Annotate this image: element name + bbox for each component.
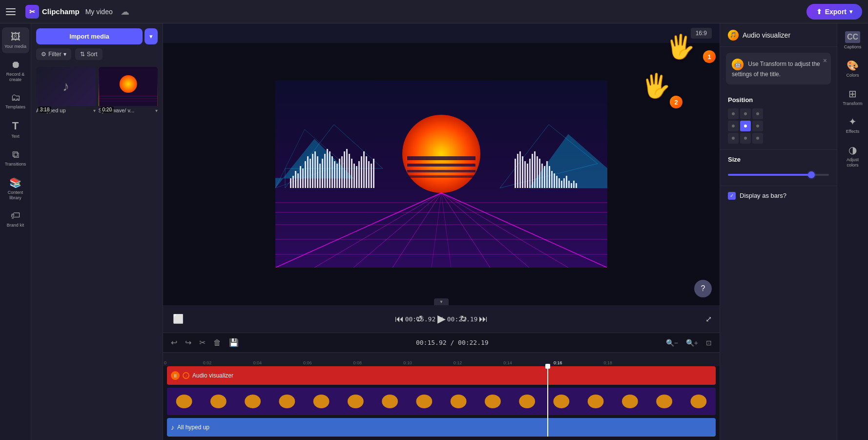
delete-button[interactable]: 🗑 bbox=[211, 336, 223, 349]
display-bars-checkbox[interactable]: ✓ bbox=[728, 192, 736, 200]
svg-rect-75 bbox=[537, 156, 538, 188]
svg-rect-79 bbox=[546, 161, 548, 188]
export-button[interactable]: ⬆ Export ▾ bbox=[806, 4, 862, 20]
pos-top-center[interactable] bbox=[740, 108, 751, 119]
svg-rect-91 bbox=[576, 183, 577, 188]
rstrip-item-captions[interactable]: CC Captions bbox=[839, 27, 867, 54]
sidebar-item-record-create[interactable]: ⏺ Record &create bbox=[2, 55, 29, 86]
sidebar-item-text[interactable]: T Text bbox=[2, 116, 29, 143]
svg-rect-85 bbox=[561, 181, 562, 188]
adjust-colors-icon: ◑ bbox=[848, 144, 857, 156]
sidebar-item-content-library[interactable]: 📚 Contentlibrary bbox=[2, 173, 29, 205]
svg-rect-64 bbox=[371, 164, 372, 188]
skip-forward-button[interactable]: ⏭ bbox=[477, 312, 490, 326]
svg-rect-35 bbox=[300, 166, 301, 188]
topbar: ✂ Clipchamp My video ☁ ⬆ Export ▾ bbox=[0, 0, 868, 23]
media-thumb-1[interactable]: 0:20 Synthwave/ v... ▾ bbox=[99, 67, 158, 115]
sort-button[interactable]: ⇅ Sort bbox=[75, 48, 103, 60]
ruler-mark-0: 0 bbox=[163, 360, 202, 365]
display-bars-label: Display as bars? bbox=[740, 192, 786, 199]
svg-rect-49 bbox=[334, 161, 335, 188]
svg-point-95 bbox=[245, 395, 261, 408]
pos-top-right[interactable] bbox=[752, 108, 763, 119]
main-layout: 🖼 Your media ⏺ Record &create 🗂 Template… bbox=[0, 23, 868, 440]
tl-current-time: 00:15.92 bbox=[416, 339, 447, 346]
position-section: Position bbox=[720, 90, 837, 150]
redo-button[interactable]: ↪ bbox=[183, 336, 193, 349]
pos-top-left[interactable] bbox=[728, 108, 739, 119]
undo-button[interactable]: ↩ bbox=[169, 336, 179, 349]
sidebar-item-templates[interactable]: 🗂 Templates bbox=[2, 88, 29, 114]
size-slider[interactable] bbox=[728, 174, 829, 176]
sidebar-label-transitions: Transitions bbox=[5, 162, 26, 167]
rstrip-item-transform[interactable]: ⊞ Transform bbox=[839, 84, 867, 110]
sort-label: Sort bbox=[87, 51, 98, 58]
app-logo: ✂ Clipchamp bbox=[25, 5, 80, 19]
track-video[interactable] bbox=[167, 388, 716, 415]
sidebar-item-transitions[interactable]: ⧉ Transitions bbox=[2, 145, 29, 171]
text-icon: T bbox=[12, 120, 19, 132]
filter-chevron-icon: ▾ bbox=[63, 51, 66, 58]
pos-mid-right[interactable] bbox=[752, 121, 763, 131]
svg-rect-80 bbox=[549, 166, 550, 188]
ruler-marks: 0 0:02 0:04 0:06 0:08 0:10 0:12 0:14 0:1… bbox=[163, 360, 720, 365]
pos-mid-center[interactable] bbox=[740, 121, 751, 131]
svg-rect-45 bbox=[324, 154, 326, 188]
playhead[interactable] bbox=[547, 366, 548, 437]
svg-rect-62 bbox=[366, 156, 367, 188]
tl-total-time: 00:22.19 bbox=[458, 339, 489, 346]
pos-mid-left[interactable] bbox=[728, 121, 739, 131]
playhead-handle bbox=[545, 364, 550, 369]
filter-button[interactable]: ⚙ Filter ▾ bbox=[36, 48, 71, 60]
colors-icon: 🎨 bbox=[847, 60, 859, 71]
rstrip-item-effects[interactable]: ✦ Effects bbox=[839, 112, 867, 138]
svg-rect-54 bbox=[346, 149, 348, 188]
rstrip-item-adjust-colors[interactable]: ◑ Adjustcolors bbox=[839, 140, 867, 172]
svg-rect-69 bbox=[522, 156, 523, 188]
svg-rect-52 bbox=[341, 156, 343, 188]
track-music[interactable]: ♪ All hyped up bbox=[167, 418, 716, 437]
sidebar-item-brand-kit[interactable]: 🏷 Brand kit bbox=[2, 206, 29, 232]
music-track-label: All hyped up bbox=[177, 424, 209, 431]
svg-rect-9 bbox=[407, 170, 475, 172]
skip-back-button[interactable]: ⏮ bbox=[393, 312, 406, 326]
svg-rect-71 bbox=[527, 164, 528, 188]
screen-toggle-button[interactable]: ⬜ bbox=[171, 312, 186, 326]
svg-rect-81 bbox=[551, 171, 553, 188]
collapse-timeline-button[interactable]: ▼ bbox=[434, 298, 449, 305]
hamburger-menu[interactable] bbox=[6, 5, 20, 19]
track-audio-viz[interactable]: ⏸ ♪ Audio visualizer bbox=[167, 366, 716, 385]
zoom-fit-button[interactable]: ⊡ bbox=[704, 337, 714, 349]
cut-button[interactable]: ✂ bbox=[197, 336, 207, 349]
aspect-ratio-button[interactable]: 16:9 bbox=[691, 28, 712, 39]
pos-bot-center[interactable] bbox=[740, 133, 751, 144]
sort-icon: ⇅ bbox=[80, 51, 85, 58]
svg-rect-65 bbox=[373, 159, 374, 188]
svg-point-94 bbox=[210, 395, 227, 408]
media-chevron-0: ▾ bbox=[93, 108, 96, 113]
import-media-arrow-button[interactable]: ▾ bbox=[145, 28, 158, 44]
rstrip-item-colors[interactable]: 🎨 Colors bbox=[839, 56, 867, 82]
svg-point-105 bbox=[588, 395, 604, 408]
media-thumb-0[interactable]: ♪ 3:18 All hyped up ▾ bbox=[36, 67, 96, 115]
zoom-out-button[interactable]: 🔍− bbox=[664, 337, 680, 349]
sidebar-item-your-media[interactable]: 🖼 Your media bbox=[2, 27, 29, 53]
import-media-button[interactable]: Import media bbox=[36, 28, 143, 44]
tooltip-close-button[interactable]: × bbox=[823, 57, 827, 64]
svg-rect-63 bbox=[368, 161, 370, 188]
media-duration-0: 3:18 bbox=[38, 106, 51, 113]
svg-rect-37 bbox=[305, 161, 306, 188]
save-button[interactable]: 💾 bbox=[227, 336, 241, 349]
fullscreen-button[interactable]: ⤢ bbox=[705, 314, 712, 324]
pos-bot-right[interactable] bbox=[752, 133, 763, 144]
svg-point-107 bbox=[656, 395, 672, 408]
video-title[interactable]: My video bbox=[85, 8, 113, 16]
zoom-in-button[interactable]: 🔍+ bbox=[684, 337, 700, 349]
svg-rect-8 bbox=[407, 164, 475, 167]
templates-icon: 🗂 bbox=[11, 92, 21, 103]
pos-bot-left[interactable] bbox=[728, 133, 739, 144]
help-button[interactable]: ? bbox=[694, 280, 712, 297]
tooltip-text: Use Transform to adjust the settings of … bbox=[732, 61, 820, 78]
effects-icon: ✦ bbox=[848, 116, 857, 127]
panel-title: Audio visualizer bbox=[743, 31, 790, 39]
